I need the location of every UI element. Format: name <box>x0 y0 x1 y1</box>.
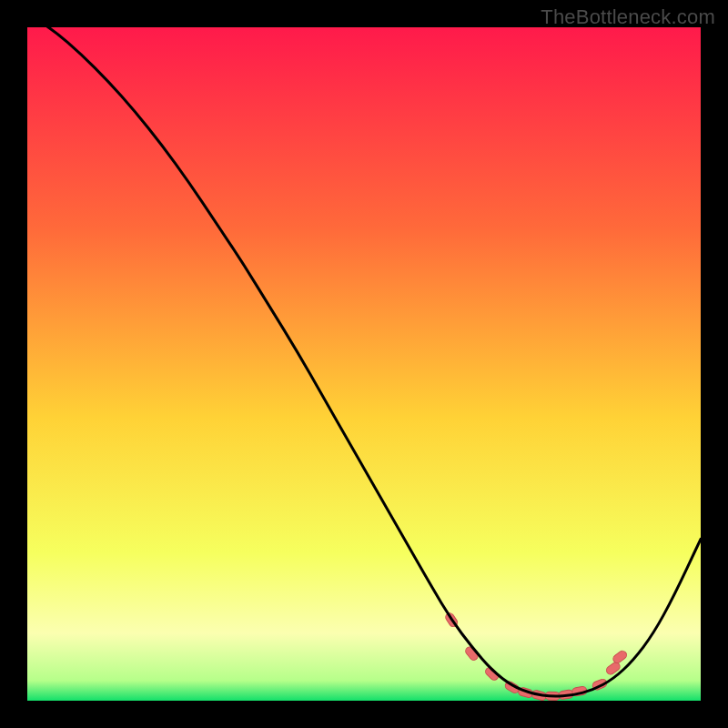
chart-frame: TheBottleneck.com <box>0 0 728 728</box>
plot-canvas <box>27 27 701 701</box>
plot-area <box>27 27 701 701</box>
gradient-background <box>27 27 701 701</box>
watermark-text: TheBottleneck.com <box>541 5 715 29</box>
